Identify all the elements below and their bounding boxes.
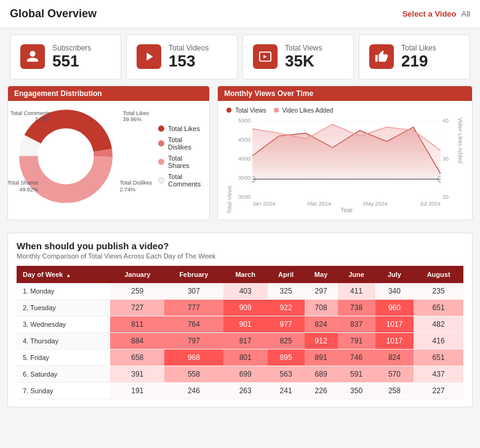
cell-value: 738: [338, 299, 375, 316]
col-header-jul[interactable]: July: [375, 266, 414, 283]
cell-value: 708: [305, 299, 338, 316]
legend-label-total-views: Total Views: [235, 107, 266, 114]
col-header-feb[interactable]: February: [164, 266, 223, 283]
line-chart-container: Total Views 5000 4500 4000 3500 3000: [226, 118, 463, 214]
cell-day: 7. Sunday: [17, 382, 110, 399]
engagement-chart-card: Engagement Distribution Total Comm: [7, 86, 210, 220]
col-header-jun[interactable]: June: [338, 266, 375, 283]
x-label-may: May 2024: [363, 201, 388, 207]
legend-dot-likes-added: [274, 108, 279, 113]
filter-all-label: All: [462, 9, 470, 18]
cell-day: 2. Tuesday: [17, 299, 110, 316]
cell-value: 241: [268, 382, 305, 399]
col-header-aug[interactable]: August: [414, 266, 463, 283]
cell-value: 1017: [375, 332, 414, 349]
legend-label-likes: Total Likes: [168, 125, 200, 132]
x-label-mar: Mar 2024: [308, 201, 331, 207]
cell-value: 960: [375, 299, 414, 316]
cell-value: 340: [375, 283, 414, 300]
legend-dot-dislikes: [158, 140, 164, 146]
videos-value: 153: [169, 52, 209, 70]
cell-day: 1. Monday: [17, 283, 110, 300]
likes-label: Total Likes: [401, 44, 436, 52]
cell-value: 777: [164, 299, 223, 316]
area-fill-likes: [252, 124, 441, 179]
likes-icon: [369, 44, 394, 69]
donut-label-shares: Total Shares49.82%: [7, 180, 38, 193]
stat-card-views: Total Views 35K: [242, 34, 354, 79]
cell-value: 1017: [375, 316, 414, 332]
cell-value: 968: [164, 349, 223, 366]
likes-value: 219: [401, 52, 436, 70]
svg-point-5: [42, 132, 89, 179]
cell-value: 482: [414, 316, 463, 332]
cell-value: 801: [223, 349, 268, 366]
cell-value: 912: [305, 332, 338, 349]
table-body: 1. Monday2593074033252974113402352. Tues…: [17, 283, 463, 399]
table-row: 2. Tuesday727777909922708738960651: [17, 299, 463, 316]
cell-value: 259: [110, 283, 164, 300]
cell-value: 191: [110, 382, 164, 399]
stat-card-subscribers: Subscribers 551: [10, 34, 121, 79]
legend-label-likes-added: Video Likes Added: [282, 107, 334, 114]
col-header-may[interactable]: May: [305, 266, 338, 283]
legend-label-shares: Total Shares: [168, 154, 201, 169]
col-header-jan[interactable]: January: [110, 266, 164, 283]
cell-day: 3. Wednesday: [17, 316, 110, 332]
legend-dot-total-views: [226, 108, 231, 113]
stats-row: Subscribers 551 Total Videos 153 Total V…: [0, 28, 480, 86]
col-header-apr[interactable]: April: [268, 266, 305, 283]
line-chart-svg: [252, 118, 441, 198]
cell-day: 6. Saturday: [17, 366, 110, 382]
legend-item-likes: Total Likes: [158, 125, 201, 132]
cell-value: 764: [164, 316, 223, 332]
cell-value: 227: [414, 382, 463, 399]
legend-likes-added: Video Likes Added: [274, 107, 334, 114]
cell-value: 909: [223, 299, 268, 316]
legend-label-comments: Total Comments: [168, 173, 201, 188]
subscribers-icon: [20, 44, 45, 69]
col-header-mar[interactable]: March: [223, 266, 268, 283]
cell-value: 901: [223, 316, 268, 332]
videos-icon: [137, 44, 161, 69]
cell-value: 246: [164, 382, 223, 399]
monthly-views-card: Monthly Views Over Time Total Views Vide…: [217, 86, 473, 220]
cell-value: 658: [110, 349, 164, 366]
col-header-day[interactable]: Day of Week ▲: [17, 266, 110, 283]
table-row: 3. Wednesday8117649019778248371017482: [17, 316, 463, 332]
stat-card-likes: Total Likes 219: [359, 34, 470, 79]
y-axis-left-title: Total Views: [226, 118, 233, 214]
y-axis-right: 40 30 20: [441, 118, 456, 214]
cell-value: 651: [414, 299, 463, 316]
monthly-views-title: Monthly Views Over Time: [218, 86, 472, 101]
subscribers-value: 551: [52, 52, 91, 70]
legend-item-shares: Total Shares: [158, 154, 201, 169]
donut-section: Total Comments7.48% Total Likes39.96% To…: [17, 107, 201, 206]
cell-value: 825: [268, 332, 305, 349]
select-video-button[interactable]: Select a Video: [402, 9, 457, 18]
cell-value: 817: [223, 332, 268, 349]
donut-label-comments: Total Comments7.48%: [10, 110, 50, 124]
cell-value: 891: [305, 349, 338, 366]
cell-value: 922: [268, 299, 305, 316]
cell-value: 811: [110, 316, 164, 332]
subscribers-label: Subscribers: [52, 44, 91, 52]
table-heading: When should you publish a video?: [17, 241, 463, 251]
cell-value: 570: [375, 366, 414, 382]
table-row: 1. Monday259307403325297411340235: [17, 283, 463, 300]
table-row: 4. Thursday8847978178259127911017416: [17, 332, 463, 349]
cell-day: 5. Friday: [17, 349, 110, 366]
header-controls: Select a Video All: [402, 9, 470, 18]
videos-label: Total Videos: [169, 44, 209, 52]
cell-value: 895: [268, 349, 305, 366]
views-icon: [253, 44, 278, 69]
donut-label-dislikes: Total Dislikes2.74%: [119, 180, 152, 193]
cell-value: 727: [110, 299, 164, 316]
table-header-row: Day of Week ▲ January February March Apr…: [17, 266, 463, 283]
cell-value: 258: [375, 382, 414, 399]
cell-value: 297: [305, 283, 338, 300]
cell-value: 391: [110, 366, 164, 382]
x-label-jul: Jul 2024: [420, 201, 441, 207]
legend-item-dislikes: Total Dislikes: [158, 136, 201, 151]
cell-value: 824: [305, 316, 338, 332]
